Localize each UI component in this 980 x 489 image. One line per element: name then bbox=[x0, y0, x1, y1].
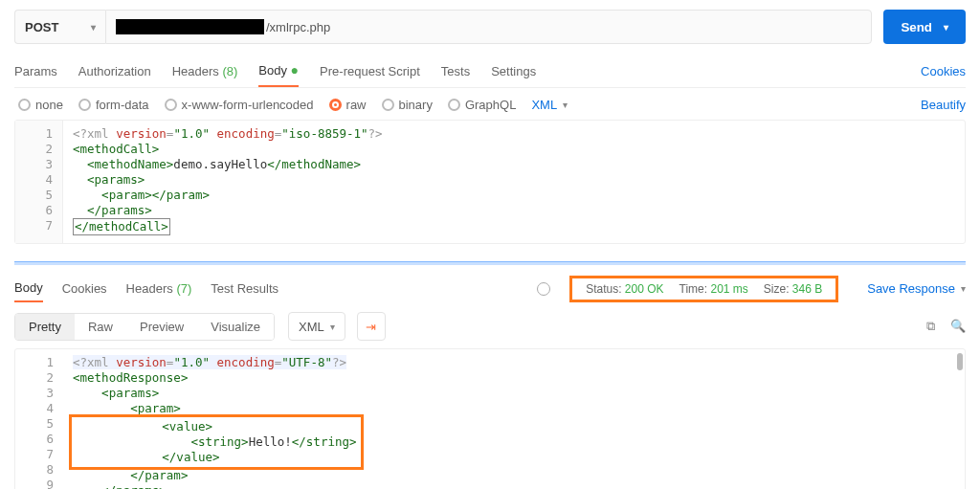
radio-raw-label: raw bbox=[346, 98, 367, 112]
view-pretty[interactable]: Pretty bbox=[15, 314, 75, 340]
url-suffix: /xmlrpc.php bbox=[266, 20, 330, 34]
chevron-down-icon: ▾ bbox=[91, 22, 96, 33]
cookies-link[interactable]: Cookies bbox=[921, 64, 966, 78]
tab-settings[interactable]: Settings bbox=[491, 56, 536, 86]
request-body-editor[interactable]: 1234567 <?xml version="1.0" encoding="is… bbox=[14, 120, 966, 244]
radio-none[interactable]: none bbox=[18, 98, 63, 112]
resp-tab-cookies[interactable]: Cookies bbox=[62, 276, 107, 301]
response-highlight-box: <value> <string>Hello!</string> </value> bbox=[69, 414, 364, 470]
body-language-select[interactable]: XML ▾ bbox=[531, 98, 568, 112]
radio-formdata-label: form-data bbox=[96, 98, 149, 112]
response-status-box: Status: 200 OK Time: 201 ms Size: 346 B bbox=[569, 276, 838, 302]
radio-graphql[interactable]: GraphQL bbox=[448, 98, 516, 112]
view-visualize[interactable]: Visualize bbox=[197, 314, 274, 340]
response-body-editor[interactable]: 12345678910 <?xml version="1.0" encoding… bbox=[14, 348, 966, 489]
wrap-icon: ⇥ bbox=[366, 320, 376, 334]
response-toolbar: Pretty Raw Preview Visualize XML ▾ ⇥ ⧉ 🔍 bbox=[14, 302, 966, 348]
resp-tab-headers[interactable]: Headers (7) bbox=[126, 276, 192, 301]
radio-icon bbox=[329, 99, 342, 111]
save-response-label: Save Response bbox=[867, 281, 955, 296]
tab-headers-label: Headers bbox=[172, 64, 219, 78]
editor-code[interactable]: <?xml version="1.0" encoding="UTF-8"?> <… bbox=[15, 349, 965, 489]
radio-icon bbox=[165, 99, 177, 111]
http-method-select[interactable]: POST ▾ bbox=[14, 10, 105, 44]
radio-binary-label: binary bbox=[399, 98, 433, 112]
radio-icon bbox=[382, 99, 394, 111]
search-icon[interactable]: 🔍 bbox=[950, 319, 966, 334]
view-preview[interactable]: Preview bbox=[126, 314, 197, 340]
wrap-lines-button[interactable]: ⇥ bbox=[357, 312, 386, 341]
time-value: 201 ms bbox=[710, 282, 747, 296]
response-language-value: XML bbox=[299, 320, 324, 334]
chevron-down-icon[interactable]: ▾ bbox=[944, 22, 948, 33]
radio-binary[interactable]: binary bbox=[382, 98, 433, 112]
save-response-link[interactable]: Save Response ▾ bbox=[867, 281, 966, 296]
response-language-select[interactable]: XML ▾ bbox=[288, 312, 345, 341]
radio-raw[interactable]: raw bbox=[329, 98, 367, 112]
radio-formdata[interactable]: form-data bbox=[78, 98, 149, 112]
tab-params[interactable]: Params bbox=[14, 56, 57, 86]
pane-splitter[interactable] bbox=[14, 261, 966, 265]
http-method-value: POST bbox=[25, 20, 58, 34]
chevron-down-icon: ▾ bbox=[961, 283, 966, 294]
response-view-mode: Pretty Raw Preview Visualize bbox=[14, 313, 275, 341]
editor-code[interactable]: <?xml version="1.0" encoding="iso-8859-1… bbox=[15, 121, 965, 241]
tab-authorization[interactable]: Authorization bbox=[78, 56, 151, 86]
radio-urlencoded[interactable]: x-www-form-urlencoded bbox=[165, 98, 314, 112]
tab-prerequest[interactable]: Pre-request Script bbox=[320, 56, 420, 86]
chevron-down-icon: ▾ bbox=[330, 322, 335, 332]
status-label: Status: bbox=[586, 282, 621, 296]
body-type-row: none form-data x-www-form-urlencoded raw… bbox=[14, 88, 966, 120]
status-value: 200 OK bbox=[625, 282, 664, 296]
tab-body-label: Body bbox=[258, 63, 287, 78]
tab-headers-count: (8) bbox=[222, 64, 237, 78]
resp-tab-results[interactable]: Test Results bbox=[211, 276, 278, 301]
resp-tab-body[interactable]: Body bbox=[14, 275, 43, 302]
chevron-down-icon: ▾ bbox=[563, 100, 568, 110]
radio-icon bbox=[448, 99, 460, 111]
cursor-selection: </methodCall> bbox=[73, 218, 170, 235]
radio-graphql-label: GraphQL bbox=[465, 98, 516, 112]
beautify-link[interactable]: Beautify bbox=[921, 98, 966, 112]
unsaved-dot-icon: ● bbox=[291, 62, 299, 78]
resp-tab-headers-count: (7) bbox=[176, 281, 191, 296]
tab-body[interactable]: Body ● bbox=[258, 56, 299, 87]
body-language-value: XML bbox=[531, 98, 557, 112]
scrollbar-thumb[interactable] bbox=[957, 353, 963, 370]
send-button[interactable]: Send ▾ bbox=[883, 10, 966, 44]
globe-icon[interactable] bbox=[537, 282, 550, 296]
tab-headers[interactable]: Headers (8) bbox=[172, 56, 238, 86]
response-tabs: Body Cookies Headers (7) Test Results St… bbox=[14, 271, 966, 302]
view-raw[interactable]: Raw bbox=[75, 314, 126, 340]
time-label: Time: bbox=[679, 282, 708, 296]
resp-tab-headers-label: Headers bbox=[126, 281, 173, 296]
request-bar: POST ▾ /xmlrpc.php Send ▾ bbox=[14, 10, 966, 44]
radio-icon bbox=[78, 99, 91, 111]
send-button-label: Send bbox=[901, 20, 932, 34]
url-input[interactable]: /xmlrpc.php bbox=[105, 10, 872, 44]
request-tabs: Params Authorization Headers (8) Body ● … bbox=[14, 56, 966, 88]
size-label: Size: bbox=[764, 282, 790, 296]
radio-urlencoded-label: x-www-form-urlencoded bbox=[182, 98, 314, 112]
size-value: 346 B bbox=[792, 282, 822, 296]
radio-icon bbox=[18, 99, 31, 111]
tab-tests[interactable]: Tests bbox=[441, 56, 470, 86]
radio-none-label: none bbox=[35, 98, 63, 112]
editor-gutter: 1234567 bbox=[15, 121, 63, 243]
copy-icon[interactable]: ⧉ bbox=[926, 319, 935, 334]
editor-gutter: 12345678910 bbox=[15, 349, 63, 489]
url-redacted-segment bbox=[116, 19, 264, 34]
